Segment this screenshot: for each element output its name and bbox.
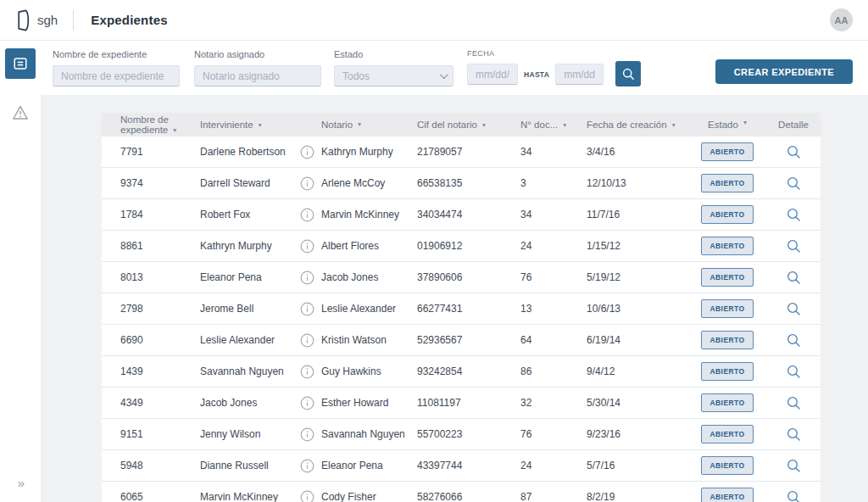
crear-expediente-button[interactable]: CREAR EXPEDIENTE <box>715 59 853 84</box>
table-row: 8861 Kathryn Murphy Albert Flores 019069… <box>102 231 821 262</box>
info-icon[interactable] <box>300 176 314 191</box>
sort-arrow-icon: ▾ <box>173 126 176 134</box>
user-avatar[interactable]: AA <box>830 8 853 31</box>
cell-notario: Guy Hawkins <box>300 365 417 379</box>
detail-button[interactable] <box>784 205 804 225</box>
table-row: 1439 Savannah Nguyen Guy Hawkins 9324285… <box>102 356 821 388</box>
cell-num-doc: 34 <box>520 146 587 158</box>
cell-cif-notario: 52936567 <box>417 334 520 346</box>
cell-interviniente: Eleanor Pena <box>200 271 300 283</box>
info-icon[interactable] <box>300 427 314 442</box>
double-chevron-right-icon: » <box>18 476 23 490</box>
cell-estado: ABIERTO <box>688 174 766 193</box>
cell-interviniente: Jacob Jones <box>200 397 300 409</box>
table-row: 7791 Darlene Robertson Kathryn Murphy 21… <box>102 137 821 168</box>
estado-badge: ABIERTO <box>701 205 754 225</box>
detail-button[interactable] <box>784 362 804 382</box>
info-icon[interactable] <box>300 490 314 502</box>
cell-estado: ABIERTO <box>688 456 766 476</box>
column-header-notario[interactable]: Notario▾ <box>300 120 417 130</box>
fecha-hasta-input[interactable] <box>555 64 604 85</box>
info-icon[interactable] <box>300 145 314 159</box>
cell-detalle <box>766 174 821 193</box>
column-header-interviniente[interactable]: Interviniente▾ <box>200 120 300 130</box>
cell-estado: ABIERTO <box>688 142 766 162</box>
search-button[interactable] <box>615 61 641 86</box>
app-logo[interactable]: sgh <box>15 8 58 32</box>
cell-fecha-creacion: 5/19/12 <box>587 271 688 283</box>
info-icon[interactable] <box>300 239 314 254</box>
cell-cif-notario: 43397744 <box>417 460 520 471</box>
notario-name: Kristin Watson <box>321 334 387 346</box>
cell-detalle <box>766 362 821 382</box>
magnifier-icon <box>786 364 802 380</box>
notario-name: Jacob Jones <box>321 271 378 283</box>
cell-notario: Kathryn Murphy <box>300 145 417 159</box>
column-header-ndoc[interactable]: N° doc...▾ <box>520 120 587 130</box>
magnifier-icon <box>786 332 802 349</box>
cell-fecha-creacion: 3/4/16 <box>587 146 688 158</box>
header-divider <box>73 10 74 31</box>
expedientes-table: Nombre de expediente▾ Interviniente▾ Not… <box>102 113 821 502</box>
info-icon[interactable] <box>300 459 314 473</box>
fecha-desde-input[interactable] <box>467 64 518 85</box>
search-icon <box>621 67 636 81</box>
estado-select[interactable]: Todos <box>334 65 453 86</box>
sort-arrow-icon: ▾ <box>482 121 486 129</box>
info-icon[interactable] <box>300 333 314 348</box>
estado-badge: ABIERTO <box>701 456 754 476</box>
filter-nombre-label: Nombre de expediente <box>53 49 180 59</box>
column-header-nombre[interactable]: Nombre de expediente▾ <box>102 114 200 135</box>
estado-badge: ABIERTO <box>701 393 754 413</box>
sidebar-item-alertas[interactable] <box>5 98 36 128</box>
detail-button[interactable] <box>784 488 804 502</box>
hasta-label: HASTA <box>524 70 549 79</box>
cell-detalle <box>766 299 821 319</box>
cell-notario: Jacob Jones <box>300 271 417 285</box>
estado-badge: ABIERTO <box>701 268 754 287</box>
estado-badge: ABIERTO <box>701 425 754 444</box>
cell-nombre-expediente: 6690 <box>102 334 200 346</box>
info-icon[interactable] <box>300 365 314 379</box>
column-header-fecha-creacion[interactable]: Fecha de creación▾ <box>587 120 688 130</box>
nombre-expediente-input[interactable] <box>53 65 180 86</box>
detail-button[interactable] <box>784 393 804 413</box>
magnifier-icon <box>786 395 802 411</box>
cell-fecha-creacion: 1/15/12 <box>587 240 688 252</box>
cell-detalle <box>766 456 821 476</box>
cell-estado: ABIERTO <box>688 268 766 287</box>
notario-asignado-input[interactable] <box>194 65 321 86</box>
detail-button[interactable] <box>784 331 804 350</box>
cell-notario: Cody Fisher <box>300 490 417 502</box>
info-icon[interactable] <box>300 271 314 285</box>
detail-button[interactable] <box>784 299 804 319</box>
sidebar-item-expedientes[interactable] <box>5 48 36 79</box>
column-header-cif[interactable]: Cif del notario▾ <box>417 120 520 130</box>
filter-bar: Nombre de expediente Notario asignado Es… <box>41 41 868 95</box>
table-row: 4349 Jacob Jones Esther Howard 11081197 … <box>102 388 821 419</box>
detail-button[interactable] <box>784 456 804 476</box>
sidebar-expand-button[interactable]: » <box>18 476 23 490</box>
detail-button[interactable] <box>784 142 804 162</box>
detail-button[interactable] <box>784 237 804 256</box>
info-icon[interactable] <box>300 208 314 222</box>
notario-name: Kathryn Murphy <box>321 146 393 158</box>
estado-badge: ABIERTO <box>701 362 754 382</box>
magnifier-icon <box>786 427 802 443</box>
table-row: 2798 Jerome Bell Leslie Alexander 662774… <box>102 293 821 325</box>
table-row: 6065 Marvin McKinney Cody Fisher 5827606… <box>102 482 821 502</box>
detail-button[interactable] <box>784 268 804 287</box>
info-icon[interactable] <box>300 302 314 316</box>
cell-fecha-creacion: 12/10/13 <box>587 177 688 189</box>
column-header-estado[interactable]: Estado▾ <box>688 120 766 130</box>
sort-arrow-icon: ▾ <box>672 121 676 129</box>
filter-fecha-label: FECHA <box>467 49 604 58</box>
cell-notario: Esther Howard <box>300 396 417 410</box>
detail-button[interactable] <box>784 425 804 444</box>
cell-fecha-creacion: 8/2/19 <box>587 491 688 502</box>
cell-fecha-creacion: 10/6/13 <box>587 303 688 315</box>
cell-detalle <box>766 142 821 162</box>
info-icon[interactable] <box>300 396 314 410</box>
cell-cif-notario: 21789057 <box>417 146 520 158</box>
detail-button[interactable] <box>784 174 804 193</box>
